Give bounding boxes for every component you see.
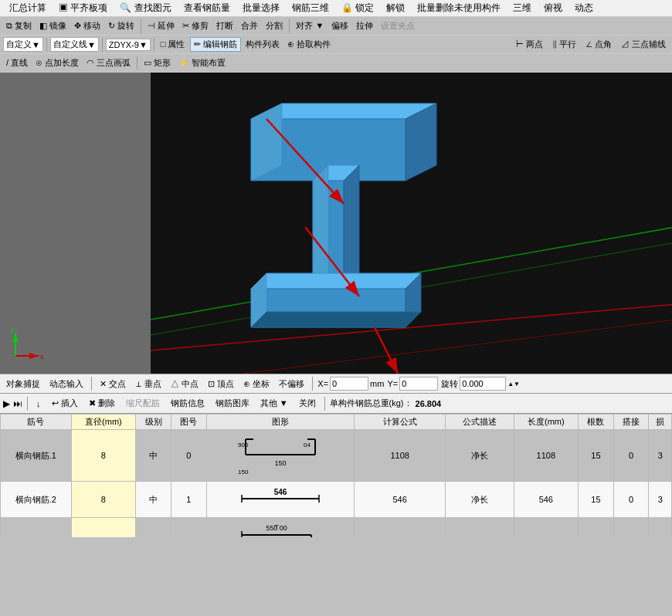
btn-line[interactable]: / 直线 xyxy=(3,56,31,69)
btn-properties[interactable]: □ 属性 xyxy=(158,38,188,51)
btn-two-point[interactable]: ⊢ 两点 xyxy=(513,38,546,51)
svg-text:546: 546 xyxy=(274,488,287,496)
status-midpoint[interactable]: △ 中点 xyxy=(168,377,202,391)
shape-svg-1: 150 04 900 150 xyxy=(234,432,327,478)
menu-rebar-3d[interactable]: 钢筋三维 xyxy=(286,1,335,15)
menu-view-rebar[interactable]: 查看钢筋量 xyxy=(178,1,236,15)
svg-text:04: 04 xyxy=(304,442,311,448)
svg-text:150: 150 xyxy=(238,469,249,476)
status-coord[interactable]: ⊕ 坐标 xyxy=(240,377,273,391)
btn-mirror[interactable]: ◧ 镜像 xyxy=(36,19,70,32)
status-no-offset[interactable]: 不偏移 xyxy=(276,377,307,391)
btn-scale-rebar[interactable]: 缩尺配筋 xyxy=(122,397,164,410)
btn-rect[interactable]: ▭ 矩形 xyxy=(141,56,174,69)
cell-cnt-1: 15 xyxy=(579,430,614,482)
btn-down[interactable]: ↓ xyxy=(32,398,45,409)
btn-move[interactable]: ✥ 移动 xyxy=(71,19,104,32)
dropdown-custom-line[interactable]: 自定义线 ▼ xyxy=(50,37,99,52)
status-intersection[interactable]: ✕ 交点 xyxy=(97,377,129,391)
menu-summary[interactable]: 汇总计算 xyxy=(3,1,53,15)
shape-svg-3: 550 00 ┬ 46 xyxy=(234,520,327,537)
btn-edit-rebar[interactable]: ✏ 编辑钢筋 xyxy=(190,37,241,52)
btn-align[interactable]: 对齐 ▼ xyxy=(293,19,327,32)
cell-dia-3: 8 xyxy=(71,518,136,538)
rotate-input[interactable] xyxy=(460,377,506,391)
dropdown-custom[interactable]: 自定义 ▼ xyxy=(3,37,43,52)
cell-shno-3: 0 xyxy=(171,518,206,538)
3d-area xyxy=(151,73,672,374)
btn-pick-component[interactable]: ⊕ 拾取构件 xyxy=(284,38,334,51)
btn-point-length[interactable]: ⊙ 点加长度 xyxy=(32,56,82,69)
btn-three-point-aux[interactable]: ⊿ 三点辅线 xyxy=(618,38,669,51)
menu-unlock[interactable]: 解锁 xyxy=(380,1,411,15)
btn-delete[interactable]: ✖ 删除 xyxy=(85,397,119,410)
menu-dynamic[interactable]: 动态 xyxy=(568,1,599,15)
btn-rotate[interactable]: ↻ 旋转 xyxy=(105,19,137,32)
btn-extend[interactable]: ⊣ 延伸 xyxy=(144,19,178,32)
toolbar-right-tools: ⊢ 两点 ∥ 平行 ∠ 点角 ⊿ 三点辅线 xyxy=(513,38,669,51)
axes-svg: x y xyxy=(8,325,46,364)
status-dynamic-input[interactable]: 动态输入 xyxy=(46,377,87,391)
cell-loss-3: 3 xyxy=(649,518,672,538)
cell-ovl-1: 0 xyxy=(613,430,649,482)
status-perpendicular[interactable]: ⊥ 垂点 xyxy=(132,377,165,391)
cell-ovl-2: 0 xyxy=(613,482,649,518)
sep8 xyxy=(312,377,313,391)
btn-skip[interactable]: ⏭ xyxy=(13,398,22,409)
toolbar-edit: ⧉ 复制 ◧ 镜像 ✥ 移动 ↻ 旋转 ⊣ 延伸 ✂ 修剪 打断 合并 分割 对… xyxy=(0,17,672,36)
coord-y-field: Y= xyxy=(387,377,438,391)
total-weight-label: 单构件钢筋总重(kg)： xyxy=(330,398,412,409)
dropdown-custom-line-label: 自定义线 xyxy=(53,39,87,50)
rotate-field: 旋转 ▲▼ xyxy=(441,377,520,391)
x-label: X= xyxy=(317,379,328,388)
btn-three-arc[interactable]: ◠ 三点画弧 xyxy=(83,56,134,69)
btn-smart-place[interactable]: ⚡ 智能布置 xyxy=(175,56,229,69)
cell-shno-2: 1 xyxy=(171,482,206,518)
table-row[interactable]: 横向钢筋.1 8 中 0 150 xyxy=(1,430,672,482)
btn-rebar-lib[interactable]: 钢筋图库 xyxy=(212,397,253,410)
btn-merge[interactable]: 合并 xyxy=(238,19,261,32)
menu-3d[interactable]: 三维 xyxy=(507,1,538,15)
menu-align-board[interactable]: ▣ 平齐板项 xyxy=(53,1,114,15)
table-row[interactable]: 横向钢筋.3 8 中 0 550 00 ┬ xyxy=(1,518,672,538)
y-input[interactable] xyxy=(399,377,438,391)
col-length: 长度(mm) xyxy=(514,415,579,430)
col-grade: 级别 xyxy=(136,415,171,430)
cell-shape-1: 150 04 900 150 xyxy=(206,430,355,482)
cell-desc-1: 净长 xyxy=(446,430,514,482)
col-shape-no: 图号 xyxy=(171,415,206,430)
cell-formula-1: 1108 xyxy=(355,430,446,482)
cell-cnt-3: 15 xyxy=(579,518,614,538)
menu-batch-delete[interactable]: 批量删除未使用构件 xyxy=(411,1,507,15)
col-desc: 公式描述 xyxy=(446,415,514,430)
btn-offset[interactable]: 偏移 xyxy=(328,19,351,32)
btn-insert[interactable]: ↩ 插入 xyxy=(48,397,82,410)
btn-close[interactable]: 关闭 xyxy=(295,397,320,410)
btn-play[interactable]: ▶ xyxy=(3,398,10,409)
btn-component-list[interactable]: 构件列表 xyxy=(243,38,283,51)
sep10 xyxy=(324,397,325,411)
btn-break[interactable]: 打断 xyxy=(213,19,236,32)
x-input[interactable] xyxy=(330,377,368,391)
status-vertex[interactable]: ⊡ 顶点 xyxy=(205,377,237,391)
btn-rebar-info[interactable]: 钢筋信息 xyxy=(167,397,209,410)
data-table-scroll[interactable]: 筋号 直径(mm) 级别 图号 图形 计算公式 公式描述 长度(mm) 根数 搭… xyxy=(0,414,672,537)
col-formula: 计算公式 xyxy=(355,415,446,430)
btn-point-angle[interactable]: ∠ 点角 xyxy=(582,38,615,51)
menu-lock[interactable]: 🔒 锁定 xyxy=(335,1,380,15)
menu-batch-select[interactable]: 批量选择 xyxy=(236,1,286,15)
btn-other[interactable]: 其他 ▼ xyxy=(256,397,292,410)
btn-parallel[interactable]: ∥ 平行 xyxy=(549,38,579,51)
table-row[interactable]: 横向钢筋.2 8 中 1 546 546 xyxy=(1,482,672,518)
menu-find-element[interactable]: 🔍 查找图元 xyxy=(114,1,177,15)
btn-trim[interactable]: ✂ 修剪 xyxy=(179,19,212,32)
btn-copy[interactable]: ⧉ 复制 xyxy=(3,19,35,32)
btn-split[interactable]: 分割 xyxy=(263,19,286,32)
dropdown-zdyx[interactable]: ZDYX-9 ▼ xyxy=(106,39,151,51)
status-object-snap[interactable]: 对象捕捉 xyxy=(3,377,43,391)
svg-text:y: y xyxy=(10,326,14,333)
btn-set-grip[interactable]: 设置夹点 xyxy=(378,19,418,32)
rotate-spinner-up[interactable]: ▲▼ xyxy=(507,381,520,388)
menu-top-view[interactable]: 俯视 xyxy=(538,1,568,15)
btn-stretch[interactable]: 拉伸 xyxy=(353,19,376,32)
